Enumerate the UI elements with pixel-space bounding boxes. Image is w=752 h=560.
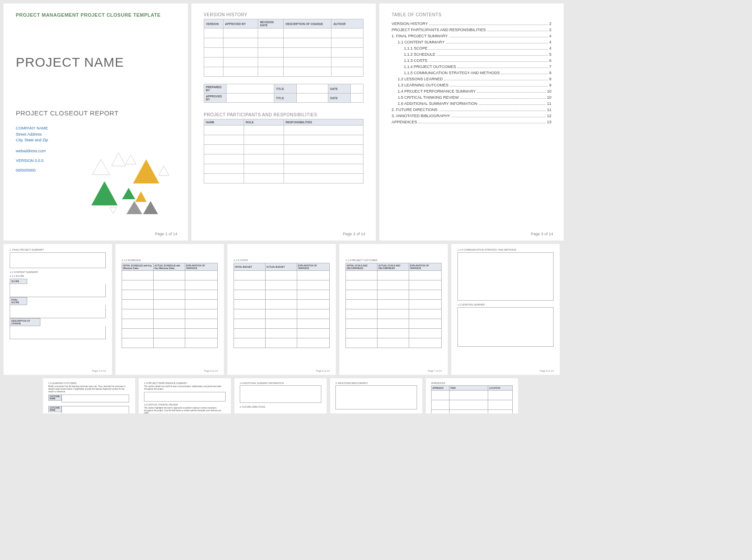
h-schedule: 1.1.2 SCHEDULE [122,259,218,262]
h-additional: 1.6 ADDITIONAL SUMMARY INFORMATION [240,382,321,384]
col-revision-date: REVISION DATE [258,19,284,29]
col-author: AUTHOR [331,19,363,29]
toc-item: PROJECT PARTICIPANTS AND RESPONSIBILITIE… [392,28,551,32]
svg-marker-3 [133,159,159,183]
doc-page-12: 3. ANNOTATED BIBLIOGRAPHY [330,378,422,413]
col-version: VERSION [204,19,223,29]
outcome-box-2 [61,406,129,413]
toc-item: 1.1.2 SCHEDULE5 [392,52,551,57]
outcomes-table: INITIAL GOALS AND DELIVERABLES ACTUAL GO… [345,263,442,348]
toc-item: 1.1.5 COMMUNICATION STRATEGY AND METHODS… [392,71,551,75]
costs-table: INITIAL BUDGET ACTUAL BUDGET EXPLANATION… [234,263,330,348]
outcome-label-2: OUTCOME NAME [48,406,61,412]
toc-item: 1.5 CRITICAL THINKING REVIEW10 [392,95,551,100]
doc-page-11: 1.6 ADDITIONAL SUMMARY INFORMATION 2. FU… [234,378,327,413]
appendices-table: APPENDIX ITEM LOCATION [431,385,513,413]
toc-item: 1. FINAL PROJECT SUMMARY4 [392,34,551,38]
doc-page-8: 1.1.5 COMMUNICATION STRATEGY AND METHODS… [451,244,560,375]
doc-page-3: TABLE OF CONTENTS VERSION HISTORY2PROJEC… [379,4,564,241]
col-initial-goals: INITIAL GOALS AND DELIVERABLES [346,263,378,271]
col-description: DESCRIPTION OF CHANGE [284,19,331,29]
svg-marker-6 [112,153,126,166]
page-number: Page 5 of 14 [204,370,218,372]
doc-page-4: 1. FINAL PROJECT SUMMARY 1.1 CONTENT SUM… [4,244,112,375]
toc-item: 1.1.4 PROJECT OUTCOMES7 [392,65,551,69]
doc-page-2: VERSION HISTORY VERSION APPROVED BY REVI… [191,4,376,241]
doc-page-9: 1.3 LEARNING OUTCOMES Briefly summarize … [43,378,135,413]
h-lessons: 1.2 LESSONS LEARNED [457,303,554,306]
toc-item: 1.2 LESSONS LEARNED8 [392,77,551,81]
toc-item: 1.1.1 SCOPE4 [392,46,551,50]
doc-page-5: 1.1.2 SCHEDULE INITIAL SCHEDULE with Key… [115,244,224,375]
h-appendices: APPENDICES [431,382,513,384]
page-number: Page 3 of 14 [531,232,553,236]
col-variance: EXPLANATION OF VARIANCE [185,263,217,271]
col-initial-schedule: INITIAL SCHEDULE with Key Milestone Date… [122,263,154,271]
h-scope: 1.1.1 SCOPE [10,275,106,277]
template-header: PROJECT MANAGEMENT PROJECT CLOSURE TEMPL… [16,12,176,18]
toc-list: VERSION HISTORY2PROJECT PARTICIPANTS AND… [392,22,551,124]
communication-box [457,252,554,301]
col-variance: EXPLANATION OF VARIANCE [409,263,441,271]
svg-marker-11 [126,201,142,214]
col-actual-goals: ACTUAL GOALS AND DELIVERABLES [377,263,409,271]
toc-item: APPENDICES13 [392,120,551,124]
label-prepared-by: PREPARED BY [204,84,227,93]
toc-item: 1.1 CONTENT SUMMARY4 [392,40,551,44]
version-history-table: VERSION APPROVED BY REVISION DATE DESCRI… [204,19,363,77]
svg-marker-10 [135,191,147,202]
lessons-box [457,307,554,347]
street-address: Street Address [16,132,176,138]
h-bibliography: 3. ANNOTATED BIBLIOGRAPHY [335,382,417,384]
svg-marker-0 [91,181,118,205]
toc-item: 1.4 PROJECT PERFORMANCE SUMMARY10 [392,89,551,93]
col-variance: EXPLANATION OF VARIANCE [297,263,329,271]
version-history-heading: VERSION HISTORY [204,12,363,17]
participants-table: NAME ROLE RESPONSIBILITIES [204,119,363,183]
col-actual-schedule: ACTUAL SCHEDULE with Key Milestone Dates [153,263,185,271]
col-location: LOCATION [488,386,513,391]
label-title-2: TITLE [274,93,296,103]
outcome-box-1 [61,395,129,402]
triangles-graphic [87,144,170,219]
final-scope-box [10,305,106,318]
signoff-table: PREPARED BY TITLE DATE APPROVED BY TITLE… [204,84,363,103]
toc-item: 3. ANNOTATED BIBLIOGRAPHY12 [392,114,551,118]
learning-desc: Briefly summarize how the learning outco… [48,385,130,393]
toc-item: 1.6 ADDITIONAL SUMMARY INFORMATION11 [392,101,551,106]
label-title: TITLE [274,84,296,93]
svg-marker-7 [126,155,136,164]
project-name-title: PROJECT NAME [16,55,176,70]
svg-marker-9 [122,188,135,199]
toc-item: 1.1.3 COSTS6 [392,58,551,63]
h-critical: 1.5 CRITICAL THINKING REVIEW [144,403,226,406]
svg-marker-5 [92,159,110,175]
toc-item: 2. FUTURE DIRECTIONS11 [392,108,551,112]
company-name: COMPANY NAME [16,126,176,132]
toc-item: VERSION HISTORY2 [392,22,551,26]
label-date-2: DATE [328,93,351,103]
label-change: DESCRIPTION OF CHANGE [10,318,40,326]
page-number: Page 1 of 14 [155,232,177,236]
h-costs: 1.1.3 COSTS [234,259,330,262]
city-state-zip: City, State and Zip [16,137,176,144]
col-actual-budget: ACTUAL BUDGET [265,263,297,271]
col-role: ROLE [244,119,284,126]
col-appendix: APPENDIX [432,386,450,391]
outcome-label-1: OUTCOME NAME [48,395,61,401]
h-performance: 1.4 PROJECT PERFORMANCE SUMMARY [144,382,226,384]
h-future: 2. FUTURE DIRECTIONS [240,406,321,408]
svg-marker-13 [110,207,117,214]
h-learning-outcomes: 1.3 LEARNING OUTCOMES [48,382,130,384]
label-final-scope: FINAL SCOPE [10,297,27,305]
label-date: DATE [328,84,351,93]
col-initial-budget: INITIAL BUDGET [234,263,266,271]
performance-box [144,392,226,402]
page-number: Page 8 of 14 [540,370,554,372]
critical-desc: This section highlights the team's appro… [144,407,226,413]
doc-page-1: PROJECT MANAGEMENT PROJECT CLOSURE TEMPL… [4,4,188,241]
schedule-table: INITIAL SCHEDULE with Key Milestone Date… [122,263,218,348]
col-item: ITEM [449,386,488,391]
col-responsibilities: RESPONSIBILITIES [284,119,363,126]
company-info: COMPANY NAME Street Address City, State … [16,126,176,144]
